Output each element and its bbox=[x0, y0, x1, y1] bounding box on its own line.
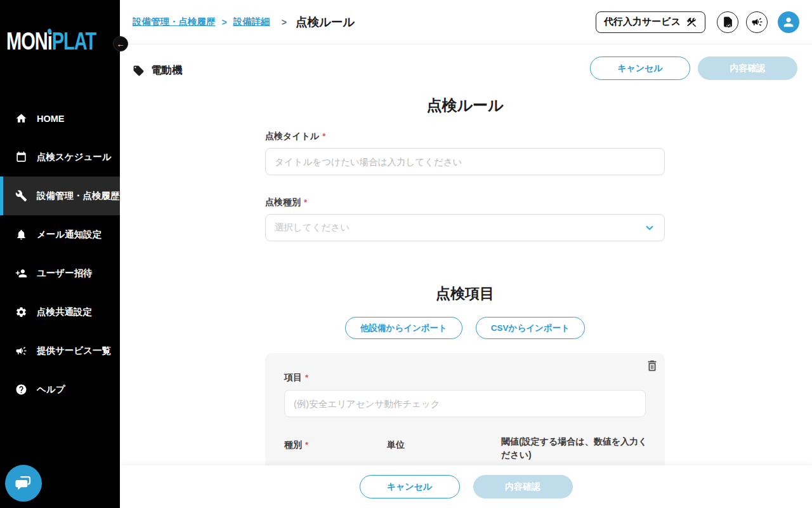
select-placeholder: 選択してください bbox=[275, 222, 644, 234]
sidebar-item-label: ユーザー招待 bbox=[37, 267, 93, 279]
sidebar-item-invite-user[interactable]: ユーザー招待 bbox=[0, 254, 120, 293]
sidebar-item-label: 設備管理・点検履歴 bbox=[37, 190, 120, 202]
tag-icon bbox=[133, 65, 145, 77]
item-threshold-label: 閾値(設定する場合は、数値を入力ください) bbox=[501, 435, 648, 462]
sidebar-item-services[interactable]: 提供サービス一覧 bbox=[0, 331, 120, 370]
sidebar-nav: HOME 点検スケジュール 設備管理・点検履歴 メール通知設定 ユーザー招待 点… bbox=[0, 99, 120, 409]
announcements-button[interactable] bbox=[746, 11, 768, 33]
trash-icon bbox=[645, 359, 659, 373]
megaphone-icon bbox=[751, 16, 763, 28]
sidebar-item-label: メール通知設定 bbox=[37, 229, 102, 241]
topbar: 設備管理・点検履歴 > 設備詳細 > 点検ルール 代行入力サービス bbox=[120, 0, 812, 44]
home-icon bbox=[15, 112, 27, 124]
breadcrumb: 設備管理・点検履歴 > 設備詳細 > 点検ルール bbox=[120, 14, 355, 30]
topbar-actions: 代行入力サービス bbox=[596, 11, 812, 33]
file-check-icon bbox=[722, 16, 734, 28]
inspection-rule-form: 点検ルール 点検タイトル* 点検種別* 選択してください 点検項目 他設備からイ… bbox=[265, 44, 665, 508]
breadcrumb-link-equipment-history[interactable]: 設備管理・点検履歴 bbox=[133, 16, 216, 28]
chat-widget-button[interactable] bbox=[5, 465, 42, 502]
delete-item-button[interactable] bbox=[645, 359, 659, 373]
app-window: MONiPLAT HOME 点検スケジュール 設備管理・点検履歴 メール通知設定… bbox=[0, 0, 812, 508]
confirm-button-top[interactable]: 内容確認 bbox=[698, 57, 797, 80]
confirm-button-bottom[interactable]: 内容確認 bbox=[473, 475, 573, 498]
import-from-csv-button[interactable]: CSVからインポート bbox=[476, 317, 585, 339]
cancel-button-bottom[interactable]: キャンセル bbox=[360, 475, 460, 498]
main-content: 電動機 キャンセル 内容確認 点検ルール 点検タイトル* 点検種別* 選択してく… bbox=[120, 44, 812, 508]
user-avatar[interactable] bbox=[778, 11, 799, 33]
logo-part-accent: PLAT bbox=[52, 28, 96, 55]
equipment-header: 電動機 bbox=[133, 64, 183, 77]
item-type-label: 種別* bbox=[284, 439, 308, 451]
equipment-name: 電動機 bbox=[151, 64, 183, 77]
calendar-icon bbox=[15, 151, 27, 163]
tools-icon bbox=[686, 17, 697, 28]
sidebar-collapse-button[interactable]: ← bbox=[113, 36, 128, 51]
sidebar-item-label: ヘルプ bbox=[37, 384, 65, 396]
wrench-icon bbox=[15, 190, 27, 202]
sidebar-item-label: 点検スケジュール bbox=[37, 151, 112, 163]
form-title: 点検ルール bbox=[265, 95, 665, 116]
required-marker: * bbox=[322, 131, 325, 141]
bell-icon bbox=[15, 229, 27, 241]
inspection-title-input[interactable] bbox=[265, 148, 665, 175]
inspection-title-label: 点検タイトル* bbox=[265, 131, 325, 142]
sidebar-item-common-settings[interactable]: 点検共通設定 bbox=[0, 293, 120, 331]
sidebar-item-label: 点検共通設定 bbox=[37, 306, 92, 318]
required-marker: * bbox=[304, 197, 307, 207]
megaphone-icon bbox=[15, 345, 27, 357]
inspection-type-select[interactable]: 選択してください bbox=[265, 214, 665, 241]
gear-icon bbox=[15, 306, 27, 318]
sidebar-item-home[interactable]: HOME bbox=[0, 99, 120, 138]
agency-record-button[interactable] bbox=[717, 11, 738, 33]
breadcrumb-separator: > bbox=[222, 17, 227, 27]
import-from-equipment-button[interactable]: 他設備からインポート bbox=[345, 317, 462, 339]
item-name-input[interactable] bbox=[284, 390, 646, 417]
import-buttons: 他設備からインポート CSVからインポート bbox=[265, 317, 665, 339]
proxy-input-service-button[interactable]: 代行入力サービス bbox=[596, 11, 705, 33]
breadcrumb-separator: > bbox=[282, 17, 287, 27]
sidebar-item-label: HOME bbox=[37, 114, 65, 124]
inspection-type-label: 点検種別* bbox=[265, 197, 307, 208]
items-section-title: 点検項目 bbox=[265, 284, 665, 304]
chevron-down-icon bbox=[644, 222, 655, 234]
help-icon bbox=[15, 384, 27, 396]
sidebar-item-label: 提供サービス一覧 bbox=[37, 345, 111, 357]
required-marker: * bbox=[305, 373, 308, 382]
bottom-action-bar: キャンセル 内容確認 bbox=[120, 465, 812, 508]
proxy-button-label: 代行入力サービス bbox=[604, 16, 681, 28]
moniplat-logo: MONiPLAT bbox=[6, 28, 114, 56]
user-plus-icon bbox=[15, 267, 27, 279]
breadcrumb-current-page: 点検ルール bbox=[296, 14, 355, 30]
chat-bubble-icon bbox=[14, 474, 33, 493]
item-label: 項目* bbox=[284, 372, 308, 384]
sidebar-item-equipment-history[interactable]: 設備管理・点検履歴 bbox=[0, 177, 120, 215]
breadcrumb-link-equipment-detail[interactable]: 設備詳細 bbox=[233, 16, 270, 28]
person-icon bbox=[782, 15, 796, 29]
sidebar-item-schedule[interactable]: 点検スケジュール bbox=[0, 138, 120, 177]
arrow-left-icon: ← bbox=[117, 39, 125, 49]
logo-part-white: MON bbox=[6, 28, 48, 55]
sidebar: MONiPLAT HOME 点検スケジュール 設備管理・点検履歴 メール通知設定… bbox=[0, 0, 120, 508]
logo-part-i: i bbox=[48, 28, 52, 56]
sidebar-item-mail-settings[interactable]: メール通知設定 bbox=[0, 215, 120, 254]
item-unit-label: 単位 bbox=[387, 439, 405, 451]
required-marker: * bbox=[305, 440, 308, 450]
sidebar-item-help[interactable]: ヘルプ bbox=[0, 370, 120, 409]
